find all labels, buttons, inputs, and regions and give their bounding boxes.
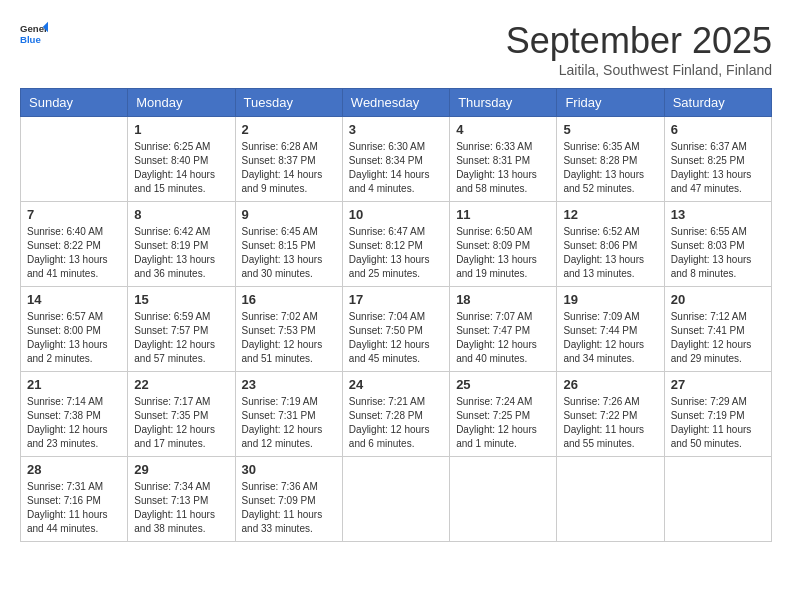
day-number: 27	[671, 377, 765, 392]
calendar-cell: 23Sunrise: 7:19 AM Sunset: 7:31 PM Dayli…	[235, 372, 342, 457]
day-number: 12	[563, 207, 657, 222]
calendar-cell: 3Sunrise: 6:30 AM Sunset: 8:34 PM Daylig…	[342, 117, 449, 202]
day-number: 19	[563, 292, 657, 307]
day-number: 26	[563, 377, 657, 392]
cell-daylight-info: Sunrise: 6:35 AM Sunset: 8:28 PM Dayligh…	[563, 140, 657, 196]
calendar-cell: 30Sunrise: 7:36 AM Sunset: 7:09 PM Dayli…	[235, 457, 342, 542]
cell-daylight-info: Sunrise: 6:50 AM Sunset: 8:09 PM Dayligh…	[456, 225, 550, 281]
svg-text:Blue: Blue	[20, 34, 41, 45]
day-number: 3	[349, 122, 443, 137]
cell-daylight-info: Sunrise: 6:52 AM Sunset: 8:06 PM Dayligh…	[563, 225, 657, 281]
cell-daylight-info: Sunrise: 7:04 AM Sunset: 7:50 PM Dayligh…	[349, 310, 443, 366]
cell-daylight-info: Sunrise: 6:47 AM Sunset: 8:12 PM Dayligh…	[349, 225, 443, 281]
cell-daylight-info: Sunrise: 7:02 AM Sunset: 7:53 PM Dayligh…	[242, 310, 336, 366]
cell-daylight-info: Sunrise: 7:21 AM Sunset: 7:28 PM Dayligh…	[349, 395, 443, 451]
calendar-cell: 27Sunrise: 7:29 AM Sunset: 7:19 PM Dayli…	[664, 372, 771, 457]
calendar-cell: 20Sunrise: 7:12 AM Sunset: 7:41 PM Dayli…	[664, 287, 771, 372]
title-block: September 2025 Laitila, Southwest Finlan…	[506, 20, 772, 78]
cell-daylight-info: Sunrise: 7:26 AM Sunset: 7:22 PM Dayligh…	[563, 395, 657, 451]
calendar-cell: 18Sunrise: 7:07 AM Sunset: 7:47 PM Dayli…	[450, 287, 557, 372]
cell-daylight-info: Sunrise: 7:07 AM Sunset: 7:47 PM Dayligh…	[456, 310, 550, 366]
calendar-cell: 26Sunrise: 7:26 AM Sunset: 7:22 PM Dayli…	[557, 372, 664, 457]
calendar-cell: 17Sunrise: 7:04 AM Sunset: 7:50 PM Dayli…	[342, 287, 449, 372]
month-title: September 2025	[506, 20, 772, 62]
cell-daylight-info: Sunrise: 6:30 AM Sunset: 8:34 PM Dayligh…	[349, 140, 443, 196]
cell-daylight-info: Sunrise: 7:12 AM Sunset: 7:41 PM Dayligh…	[671, 310, 765, 366]
cell-daylight-info: Sunrise: 6:28 AM Sunset: 8:37 PM Dayligh…	[242, 140, 336, 196]
calendar-cell: 9Sunrise: 6:45 AM Sunset: 8:15 PM Daylig…	[235, 202, 342, 287]
cell-daylight-info: Sunrise: 7:31 AM Sunset: 7:16 PM Dayligh…	[27, 480, 121, 536]
calendar-cell: 6Sunrise: 6:37 AM Sunset: 8:25 PM Daylig…	[664, 117, 771, 202]
calendar-cell: 14Sunrise: 6:57 AM Sunset: 8:00 PM Dayli…	[21, 287, 128, 372]
cell-daylight-info: Sunrise: 6:45 AM Sunset: 8:15 PM Dayligh…	[242, 225, 336, 281]
day-number: 13	[671, 207, 765, 222]
calendar-cell	[450, 457, 557, 542]
calendar-week-row: 28Sunrise: 7:31 AM Sunset: 7:16 PM Dayli…	[21, 457, 772, 542]
calendar-cell: 5Sunrise: 6:35 AM Sunset: 8:28 PM Daylig…	[557, 117, 664, 202]
day-number: 9	[242, 207, 336, 222]
logo-icon: General Blue	[20, 20, 48, 48]
cell-daylight-info: Sunrise: 6:40 AM Sunset: 8:22 PM Dayligh…	[27, 225, 121, 281]
day-number: 30	[242, 462, 336, 477]
day-number: 15	[134, 292, 228, 307]
day-number: 1	[134, 122, 228, 137]
cell-daylight-info: Sunrise: 7:19 AM Sunset: 7:31 PM Dayligh…	[242, 395, 336, 451]
day-number: 2	[242, 122, 336, 137]
cell-daylight-info: Sunrise: 6:57 AM Sunset: 8:00 PM Dayligh…	[27, 310, 121, 366]
calendar-cell: 10Sunrise: 6:47 AM Sunset: 8:12 PM Dayli…	[342, 202, 449, 287]
calendar-cell	[21, 117, 128, 202]
calendar-cell: 7Sunrise: 6:40 AM Sunset: 8:22 PM Daylig…	[21, 202, 128, 287]
cell-daylight-info: Sunrise: 6:25 AM Sunset: 8:40 PM Dayligh…	[134, 140, 228, 196]
calendar-cell: 29Sunrise: 7:34 AM Sunset: 7:13 PM Dayli…	[128, 457, 235, 542]
day-number: 24	[349, 377, 443, 392]
day-of-week-header: Tuesday	[235, 89, 342, 117]
calendar-cell: 19Sunrise: 7:09 AM Sunset: 7:44 PM Dayli…	[557, 287, 664, 372]
day-number: 23	[242, 377, 336, 392]
calendar-cell: 24Sunrise: 7:21 AM Sunset: 7:28 PM Dayli…	[342, 372, 449, 457]
cell-daylight-info: Sunrise: 7:34 AM Sunset: 7:13 PM Dayligh…	[134, 480, 228, 536]
cell-daylight-info: Sunrise: 7:14 AM Sunset: 7:38 PM Dayligh…	[27, 395, 121, 451]
day-number: 4	[456, 122, 550, 137]
calendar-cell: 21Sunrise: 7:14 AM Sunset: 7:38 PM Dayli…	[21, 372, 128, 457]
day-number: 7	[27, 207, 121, 222]
cell-daylight-info: Sunrise: 6:55 AM Sunset: 8:03 PM Dayligh…	[671, 225, 765, 281]
day-number: 20	[671, 292, 765, 307]
calendar-week-row: 1Sunrise: 6:25 AM Sunset: 8:40 PM Daylig…	[21, 117, 772, 202]
calendar-cell: 4Sunrise: 6:33 AM Sunset: 8:31 PM Daylig…	[450, 117, 557, 202]
calendar-cell: 13Sunrise: 6:55 AM Sunset: 8:03 PM Dayli…	[664, 202, 771, 287]
day-number: 14	[27, 292, 121, 307]
day-of-week-header: Monday	[128, 89, 235, 117]
day-number: 28	[27, 462, 121, 477]
calendar-week-row: 7Sunrise: 6:40 AM Sunset: 8:22 PM Daylig…	[21, 202, 772, 287]
calendar-cell: 11Sunrise: 6:50 AM Sunset: 8:09 PM Dayli…	[450, 202, 557, 287]
calendar-header-row: SundayMondayTuesdayWednesdayThursdayFrid…	[21, 89, 772, 117]
calendar-table: SundayMondayTuesdayWednesdayThursdayFrid…	[20, 88, 772, 542]
day-of-week-header: Wednesday	[342, 89, 449, 117]
calendar-cell	[342, 457, 449, 542]
calendar-week-row: 21Sunrise: 7:14 AM Sunset: 7:38 PM Dayli…	[21, 372, 772, 457]
calendar-cell	[557, 457, 664, 542]
calendar-cell: 2Sunrise: 6:28 AM Sunset: 8:37 PM Daylig…	[235, 117, 342, 202]
day-number: 18	[456, 292, 550, 307]
calendar-week-row: 14Sunrise: 6:57 AM Sunset: 8:00 PM Dayli…	[21, 287, 772, 372]
cell-daylight-info: Sunrise: 7:09 AM Sunset: 7:44 PM Dayligh…	[563, 310, 657, 366]
day-of-week-header: Sunday	[21, 89, 128, 117]
location-subtitle: Laitila, Southwest Finland, Finland	[506, 62, 772, 78]
day-of-week-header: Saturday	[664, 89, 771, 117]
cell-daylight-info: Sunrise: 7:29 AM Sunset: 7:19 PM Dayligh…	[671, 395, 765, 451]
cell-daylight-info: Sunrise: 6:42 AM Sunset: 8:19 PM Dayligh…	[134, 225, 228, 281]
day-number: 10	[349, 207, 443, 222]
calendar-cell: 15Sunrise: 6:59 AM Sunset: 7:57 PM Dayli…	[128, 287, 235, 372]
cell-daylight-info: Sunrise: 6:37 AM Sunset: 8:25 PM Dayligh…	[671, 140, 765, 196]
cell-daylight-info: Sunrise: 6:59 AM Sunset: 7:57 PM Dayligh…	[134, 310, 228, 366]
calendar-cell	[664, 457, 771, 542]
svg-text:General: General	[20, 23, 48, 34]
day-number: 11	[456, 207, 550, 222]
day-of-week-header: Thursday	[450, 89, 557, 117]
calendar-cell: 22Sunrise: 7:17 AM Sunset: 7:35 PM Dayli…	[128, 372, 235, 457]
day-number: 6	[671, 122, 765, 137]
cell-daylight-info: Sunrise: 6:33 AM Sunset: 8:31 PM Dayligh…	[456, 140, 550, 196]
day-number: 5	[563, 122, 657, 137]
cell-daylight-info: Sunrise: 7:17 AM Sunset: 7:35 PM Dayligh…	[134, 395, 228, 451]
calendar-cell: 8Sunrise: 6:42 AM Sunset: 8:19 PM Daylig…	[128, 202, 235, 287]
